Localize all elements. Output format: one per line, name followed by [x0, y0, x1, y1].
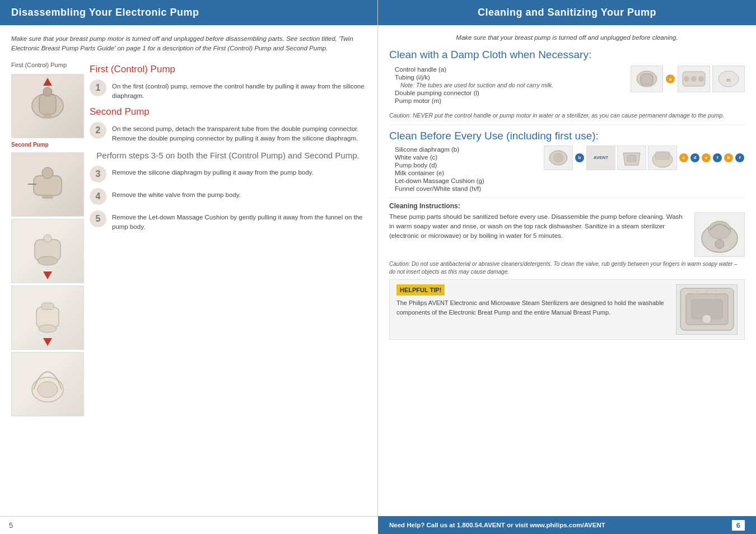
svg-point-12	[39, 325, 57, 332]
step-5: 5 Remove the Let-down Massage Cushion by…	[90, 210, 366, 232]
svg-point-9	[38, 256, 58, 265]
step-text-4: Remove the white valve from the pump bod…	[112, 188, 241, 200]
svg-point-2	[43, 87, 52, 96]
footer-left-page: 5	[9, 521, 13, 530]
damp-text-col: Control handle (a) Tubing (i/j/k) Note: …	[389, 65, 625, 107]
badge-f: f	[713, 153, 722, 162]
before-item-1: White valve (c)	[389, 153, 539, 161]
step-number-3: 3	[90, 166, 106, 182]
before-item-0: Silicone diaphragm (b)	[389, 146, 539, 153]
step-1: 1 On the first (control) pump, remove th…	[90, 79, 366, 101]
footer-right-page: 6	[732, 520, 745, 531]
damp-item-0: Control handle (a)	[389, 65, 625, 73]
svg-point-31	[715, 240, 724, 249]
damp-item-4: Pump motor (m)	[389, 97, 625, 105]
damp-item-3: Double pumping connector (l)	[389, 89, 625, 97]
badge-d: d	[690, 153, 699, 162]
damp-section: Control handle (a) Tubing (i/j/k) Note: …	[389, 65, 745, 107]
before-item-2: Pump body (d)	[389, 161, 539, 169]
svg-point-21	[698, 76, 704, 82]
second-pump-label: Second Pump	[11, 142, 84, 148]
damp-images-col: a m	[631, 65, 745, 92]
pump-image-2	[11, 152, 84, 217]
step-3: 3 Remove the silicone diaphragm by pulli…	[90, 166, 366, 182]
damp-title: Clean with a Damp Cloth when Necessary:	[389, 49, 745, 61]
right-panel: Cleaning and Sanitizing Your Pump Make s…	[378, 0, 756, 516]
svg-text:m: m	[726, 77, 731, 83]
badge-b: b	[575, 153, 584, 162]
before-img-4	[648, 146, 677, 170]
before-item-3: Milk container (e)	[389, 169, 539, 177]
before-badge-b: b	[575, 153, 585, 163]
svg-point-30	[708, 221, 731, 239]
pump-image-5	[11, 352, 84, 416]
cleaning-instructions-title: Cleaning Instructions:	[389, 202, 745, 210]
pump-image-3	[11, 219, 84, 283]
left-header: Disassembling Your Electronic Pump	[0, 0, 377, 25]
damp-badge-area: a	[665, 74, 675, 84]
svg-rect-13	[41, 303, 54, 310]
section1-title: First (Control) Pump	[90, 64, 366, 75]
cleaning-instructions-text: These pump parts should be sanitized bef…	[389, 212, 689, 241]
svg-rect-3	[44, 114, 52, 119]
step-text-1: On the first (control) pump, remove the …	[112, 79, 366, 101]
step-text-5: Remove the Let-down Massage Cushion by g…	[112, 210, 366, 232]
svg-point-19	[684, 76, 689, 82]
before-item-4: Let-down Massage Cushion (g)	[389, 177, 539, 185]
cleaning-instructions-row: These pump parts should be sanitized bef…	[389, 212, 745, 257]
helpful-tip-box: HELPFUL TIP! The Philips AVENT Electroni…	[389, 279, 745, 340]
svg-rect-28	[655, 152, 670, 160]
left-intro: Make sure that your breast pump motor is…	[11, 34, 366, 54]
left-title: Disassembling Your Electronic Pump	[11, 7, 199, 18]
footer-left: 5	[0, 516, 378, 534]
before-img-1	[544, 146, 573, 170]
step-text-2: On the second pump, detach the transpare…	[112, 122, 366, 144]
before-img-3	[617, 146, 646, 170]
perform-steps-title: Perform steps 3-5 on both the First (Con…	[90, 149, 366, 161]
svg-rect-1	[39, 95, 56, 114]
svg-point-35	[702, 315, 711, 324]
damp-img-2	[678, 65, 710, 92]
svg-rect-17	[641, 74, 653, 85]
section-divider-1	[389, 125, 745, 125]
cleaning-img	[694, 212, 745, 257]
caution1: Caution: NEVER put the control handle or…	[389, 111, 745, 120]
footer-help-text: Need Help? Call us at 1.800.54.AVENT or …	[389, 522, 605, 528]
badge-c: c	[679, 153, 688, 162]
badge-h: f	[735, 153, 744, 162]
section2-title: Second Pump	[90, 106, 366, 118]
helpful-tip-content: HELPFUL TIP! The Philips AVENT Electroni…	[396, 284, 670, 317]
before-title: Clean Before Every Use (including first …	[389, 130, 745, 142]
svg-point-20	[691, 76, 697, 82]
left-images-col: First (Control) Pump Second Pump	[11, 62, 84, 416]
svg-point-5	[42, 167, 53, 179]
before-badge-row: c d e f b f	[679, 153, 745, 163]
section-divider-2	[389, 197, 745, 198]
helpful-tip-text: The Philips AVENT Electronic and Microwa…	[396, 299, 664, 316]
helpful-tip-img	[676, 284, 738, 335]
badge-e: e	[702, 153, 711, 162]
step-number-2: 2	[90, 122, 106, 139]
footer-right: Need Help? Call us at 1.800.54.AVENT or …	[378, 516, 756, 534]
before-img-2: AVENT	[586, 146, 615, 170]
damp-img-3: m	[712, 65, 745, 92]
right-title: Cleaning and Sanitizing Your Pump	[478, 7, 656, 18]
before-images-col: b AVENT	[544, 146, 745, 170]
svg-point-25	[554, 153, 563, 162]
damp-item-1: Tubing (i/j/k)	[389, 73, 625, 81]
before-section: Silicone diaphragm (b) White valve (c) P…	[389, 146, 745, 193]
step-4: 4 Remove the white valve from the pump b…	[90, 188, 366, 205]
damp-item-2: Note: The tubes are used for suction and…	[389, 81, 625, 89]
right-header: Cleaning and Sanitizing Your Pump	[378, 0, 756, 25]
pump-image-4	[11, 285, 84, 350]
svg-point-10	[44, 235, 52, 242]
before-list: Silicone diaphragm (b) White valve (c) P…	[389, 146, 539, 193]
step-number-1: 1	[90, 79, 106, 96]
first-pump-label: First (Control) Pump	[11, 62, 84, 68]
badge-g: b	[724, 153, 733, 162]
step-text-3: Remove the silicone diaphragm by pulling…	[112, 166, 314, 177]
svg-rect-26	[627, 155, 636, 162]
left-panel: Disassembling Your Electronic Pump Make …	[0, 0, 378, 516]
badge-a: a	[666, 74, 675, 83]
footer: 5 Need Help? Call us at 1.800.54.AVENT o…	[0, 516, 756, 534]
